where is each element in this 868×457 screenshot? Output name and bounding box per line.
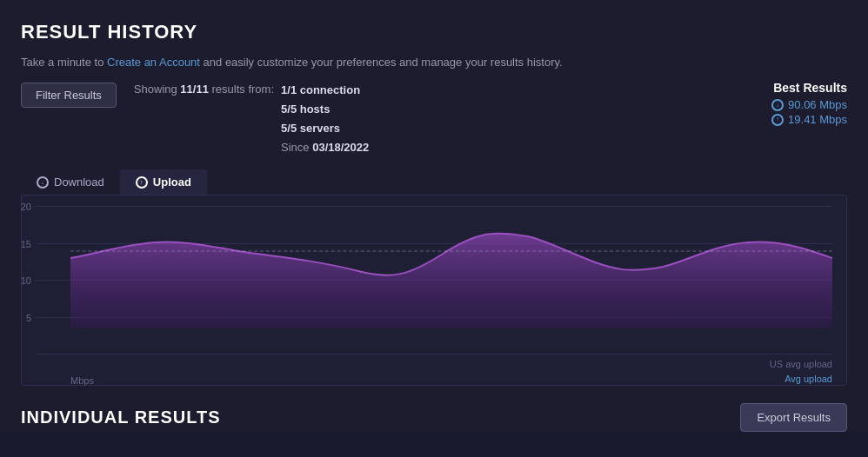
create-account-link[interactable]: Create an Account <box>107 56 200 69</box>
showing-row: Showing 11/11 results from: 1/1 connecti… <box>134 81 369 157</box>
chart-legend: US avg upload Avg upload <box>770 357 832 386</box>
page-title: RESULT HISTORY <box>21 21 847 43</box>
filter-info: 1/1 connection 5/5 hosts 5/5 servers Sin… <box>281 81 369 157</box>
filter-row: Filter Results Showing 11/11 results fro… <box>21 81 847 157</box>
tab-download[interactable]: ↓ Download <box>21 169 120 195</box>
best-results-title: Best Results <box>771 81 847 95</box>
individual-results-title: INDIVIDUAL RESULTS <box>21 407 221 427</box>
download-tab-icon: ↓ <box>37 176 49 189</box>
chart-svg <box>70 206 832 328</box>
best-download-value: 90.06 Mbps <box>788 98 847 111</box>
export-results-button[interactable]: Export Results <box>740 403 847 432</box>
best-download-item: ↓ 90.06 Mbps <box>771 98 847 111</box>
connection-info: 1/1 connection <box>281 81 369 100</box>
download-icon: ↓ <box>771 99 784 111</box>
best-upload-value: 19.41 Mbps <box>788 113 847 126</box>
chart-container: 20 15 10 5 <box>21 195 847 386</box>
upload-tab-icon: ↑ <box>136 176 148 189</box>
chart-area: 20 15 10 5 <box>36 206 832 354</box>
subtitle-prefix: Take a minute to <box>21 56 107 69</box>
page-container: RESULT HISTORY Take a minute to Create a… <box>0 0 868 432</box>
since-info: Since 03/18/2022 <box>281 138 369 157</box>
gridline-label-15: 15 <box>5 239 31 249</box>
best-results-panel: Best Results ↓ 90.06 Mbps ↑ 19.41 Mbps <box>771 81 847 128</box>
gridline-label-5: 5 <box>5 313 31 323</box>
subtitle-suffix: and easily customize your preferences an… <box>200 56 563 69</box>
showing-label: Showing 11/11 results from: <box>134 83 274 96</box>
filter-results-button[interactable]: Filter Results <box>21 83 117 108</box>
chart-footer: Mbps US avg upload Avg upload <box>36 354 832 386</box>
chart-legend-avg: US avg upload <box>770 357 832 372</box>
filter-left: Filter Results Showing 11/11 results fro… <box>21 81 369 157</box>
gridline-0 <box>36 354 832 354</box>
chart-x-label: Mbps <box>36 375 94 386</box>
tab-upload[interactable]: ↑ Upload <box>120 169 207 195</box>
gridline-label-20: 20 <box>5 202 31 212</box>
gridline-label-10: 10 <box>5 275 31 286</box>
best-upload-item: ↑ 19.41 Mbps <box>771 113 847 126</box>
tab-download-label: Download <box>54 176 104 189</box>
individual-results-bar: INDIVIDUAL RESULTS Export Results <box>21 389 847 432</box>
tabs-row: ↓ Download ↑ Upload <box>21 169 847 195</box>
subtitle: Take a minute to Create an Account and e… <box>21 56 847 69</box>
tab-upload-label: Upload <box>153 176 191 189</box>
chart-legend-avg-upload: Avg upload <box>770 372 832 387</box>
upload-icon: ↑ <box>771 114 784 126</box>
hosts-info: 5/5 hosts <box>281 100 369 119</box>
servers-info: 5/5 servers <box>281 119 369 138</box>
